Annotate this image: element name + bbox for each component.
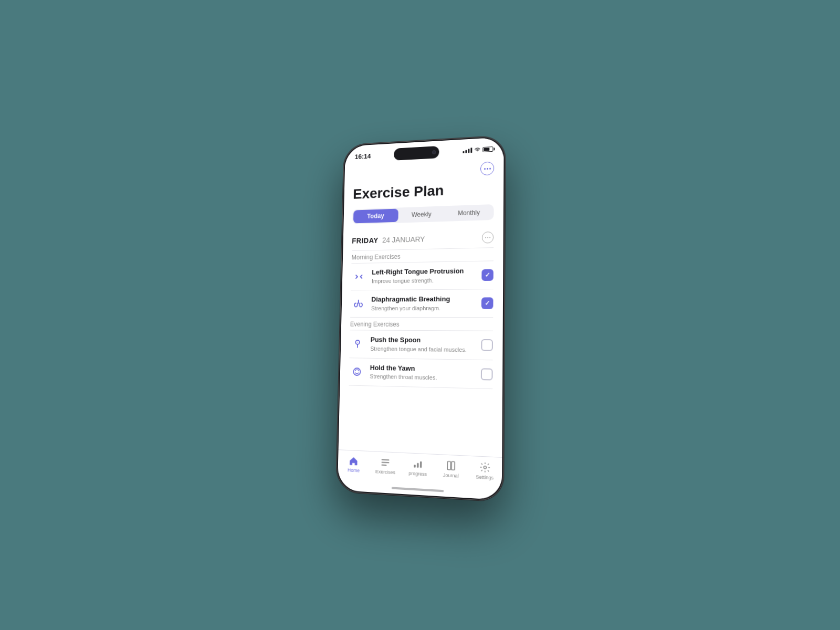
exercise-desc-yawn: Strengthen throat muscles. xyxy=(370,373,475,383)
exercise-item-spoon[interactable]: Push the Spoon Strengthen tongue and fac… xyxy=(341,331,503,360)
exercise-info-tongue: Left-Right Tongue Protrusion Improve ton… xyxy=(372,267,477,285)
signal-icon xyxy=(463,148,472,153)
svg-point-1 xyxy=(357,342,359,343)
svg-point-2 xyxy=(353,368,360,375)
tab-weekly[interactable]: Weekly xyxy=(398,207,445,222)
battery-icon xyxy=(482,146,493,152)
tab-monthly[interactable]: Monthly xyxy=(445,205,493,220)
tabbar-home-label: Home xyxy=(348,467,360,473)
exercises-icon xyxy=(380,456,391,468)
spoon-icon xyxy=(350,336,366,353)
day-name: FRIDAY xyxy=(352,236,379,245)
progress-icon xyxy=(412,458,424,470)
exercise-item-tongue[interactable]: Left-Right Tongue Protrusion Improve ton… xyxy=(342,261,503,290)
tabbar-progress[interactable]: progress xyxy=(401,457,434,477)
main-content: Exercise Plan Today Weekly Monthly FRIDA… xyxy=(339,157,504,457)
home-icon xyxy=(348,455,359,467)
tabbar-settings-label: Settings xyxy=(476,474,494,480)
svg-rect-9 xyxy=(447,461,450,470)
camera-dot xyxy=(432,150,436,154)
wifi-icon xyxy=(474,146,480,153)
exercise-name-tongue: Left-Right Tongue Protrusion xyxy=(372,267,476,277)
tabbar-exercises[interactable]: Exercises xyxy=(369,456,402,476)
exercise-item-yawn[interactable]: Hold the Yawn Strengthen throat muscles. xyxy=(340,358,502,389)
exercise-info-spoon: Push the Spoon Strengthen tongue and fac… xyxy=(370,336,476,354)
status-icons xyxy=(463,146,493,154)
dynamic-island xyxy=(394,146,439,161)
settings-icon xyxy=(479,461,491,474)
exercise-desc-tongue: Improve tongue strength. xyxy=(372,276,476,285)
checkbox-spoon[interactable] xyxy=(481,339,493,351)
phone-screen: 16:14 xyxy=(338,137,504,500)
tabbar-settings[interactable]: Settings xyxy=(468,460,502,481)
svg-rect-8 xyxy=(420,461,422,468)
exercise-desc-spoon: Strengthen tongue and facial muscles. xyxy=(370,345,476,354)
exercise-desc-breathing: Strengthen your diaphragm. xyxy=(371,304,476,312)
tongue-icon xyxy=(351,268,367,285)
checkbox-tongue[interactable] xyxy=(481,269,494,281)
tab-today[interactable]: Today xyxy=(353,209,398,224)
day-date: 24 JANUARY xyxy=(382,235,425,245)
day-more-button[interactable] xyxy=(482,232,494,244)
more-button[interactable] xyxy=(480,162,494,176)
journal-icon xyxy=(445,459,457,472)
tabbar-journal[interactable]: Journal xyxy=(434,459,468,479)
yawn-icon xyxy=(349,363,365,380)
tabbar-exercises-label: Exercises xyxy=(375,469,395,475)
svg-rect-6 xyxy=(414,465,415,467)
tabbar-home[interactable]: Home xyxy=(338,454,370,474)
exercise-item-breathing[interactable]: Diaphragmatic Breathing Strengthen your … xyxy=(341,289,503,317)
svg-rect-3 xyxy=(382,459,390,460)
svg-rect-4 xyxy=(382,462,390,464)
exercise-info-yawn: Hold the Yawn Strengthen throat muscles. xyxy=(370,363,476,382)
tabbar-journal-label: Journal xyxy=(443,472,459,479)
exercise-name-spoon: Push the Spoon xyxy=(371,336,476,346)
svg-point-11 xyxy=(484,466,486,469)
lungs-icon xyxy=(350,296,366,312)
checkbox-yawn[interactable] xyxy=(481,368,493,380)
evening-section-label: Evening Exercises xyxy=(341,318,503,331)
svg-rect-10 xyxy=(452,461,455,470)
phone-frame: 16:14 xyxy=(336,135,506,502)
exercise-name-breathing: Diaphragmatic Breathing xyxy=(371,295,476,304)
tabbar-progress-label: progress xyxy=(408,470,427,477)
svg-rect-7 xyxy=(417,463,418,468)
exercise-info-breathing: Diaphragmatic Breathing Strengthen your … xyxy=(371,295,476,312)
status-time: 16:14 xyxy=(355,152,371,161)
svg-rect-5 xyxy=(382,465,387,466)
checkbox-breathing[interactable] xyxy=(481,298,494,309)
